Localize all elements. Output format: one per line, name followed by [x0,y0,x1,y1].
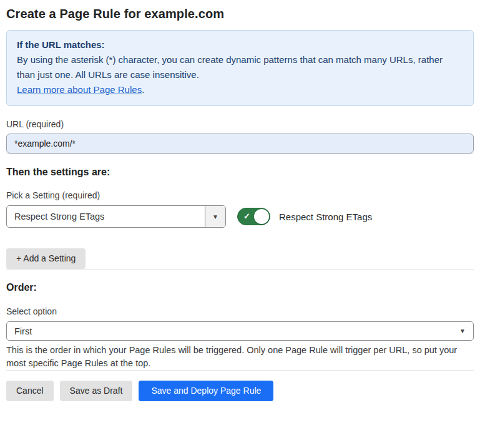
add-setting-button[interactable]: + Add a Setting [6,248,86,269]
setting-select-value: Respect Strong ETags [7,206,205,227]
url-match-info-box: If the URL matches: By using the asteris… [6,30,474,106]
toggle-knob[interactable] [254,209,269,224]
setting-toggle[interactable]: ✓ [237,208,270,225]
setting-row: Respect Strong ETags ▼ ✓ Respect Strong … [6,205,474,228]
info-box-heading: If the URL matches: [17,37,463,52]
order-select-value: First [14,326,32,336]
setting-select[interactable]: Respect Strong ETags ▼ [6,205,226,228]
footer-actions: Cancel Save as Draft Save and Deploy Pag… [6,381,474,401]
check-icon: ✓ [243,212,250,221]
save-draft-button[interactable]: Save as Draft [60,381,133,401]
order-select[interactable]: First ▼ [6,321,474,341]
learn-more-link[interactable]: Learn more about Page Rules [17,84,142,95]
settings-heading: Then the settings are: [6,167,474,178]
url-input[interactable] [6,134,474,153]
divider [6,269,474,270]
url-label: URL (required) [6,119,474,129]
divider [6,153,474,154]
order-help-text: This is the order in which your Page Rul… [6,344,474,370]
info-box-body: By using the asterisk (*) character, you… [17,52,451,82]
chevron-down-icon: ▼ [459,328,466,334]
pick-setting-label: Pick a Setting (required) [6,190,474,200]
order-heading: Order: [6,282,474,293]
order-select-label: Select option [6,306,474,316]
page-title: Create a Page Rule for example.com [6,7,474,21]
save-deploy-button[interactable]: Save and Deploy Page Rule [139,381,273,401]
cancel-button[interactable]: Cancel [6,381,54,401]
create-page-rule-panel: Create a Page Rule for example.com If th… [0,7,480,401]
divider [6,370,474,371]
info-box-link-line: Learn more about Page Rules. [17,82,463,97]
link-period: . [142,84,144,95]
setting-toggle-label: Respect Strong ETags [279,212,372,222]
chevron-down-icon[interactable]: ▼ [205,206,225,227]
